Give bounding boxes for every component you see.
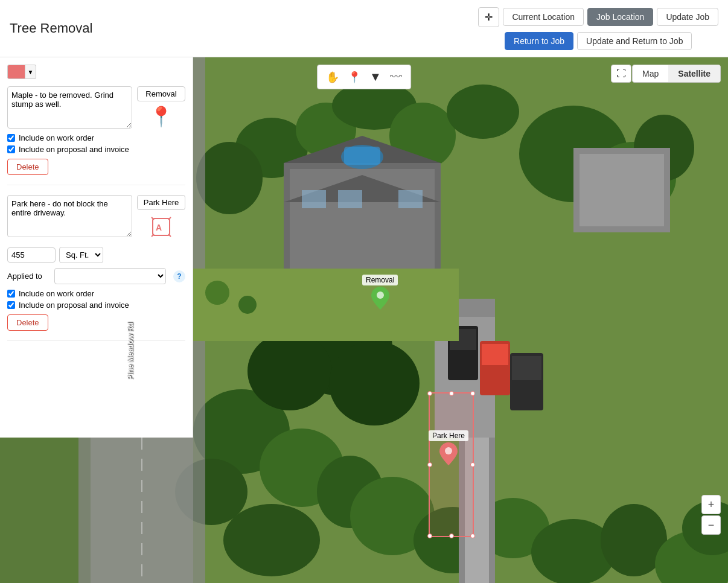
return-to-job-button[interactable]: Return to Job: [505, 32, 573, 50]
applied-to-label: Applied to: [7, 272, 49, 281]
applied-to-select[interactable]: [54, 268, 166, 284]
svg-rect-47: [193, 269, 459, 341]
svg-point-49: [238, 296, 257, 314]
map-toolbar: ✋ 📍 ▼ 〰: [317, 65, 411, 89]
include-work-order-row-1[interactable]: Include on work order: [7, 133, 185, 142]
update-and-return-button[interactable]: Update and Return to Job: [577, 32, 692, 50]
delete-button-2[interactable]: Delete: [7, 314, 48, 331]
include-proposal-label-1: Include on proposal and invoice: [19, 145, 129, 154]
svg-rect-43: [512, 356, 541, 380]
include-work-order-checkbox-1[interactable]: [7, 134, 15, 142]
svg-rect-30: [302, 190, 326, 208]
handle-br[interactable]: [470, 534, 475, 538]
annotation-card-2: Park here - do not block the entire driv…: [7, 195, 185, 341]
pan-tool-button[interactable]: ✋: [322, 68, 343, 86]
removal-pin-icon: [371, 287, 389, 313]
removal-marker-label: Removal: [362, 275, 398, 285]
handle-tm[interactable]: [449, 391, 454, 396]
handle-bl[interactable]: [427, 534, 432, 538]
measurement-row: Sq. Ft. Sq. M. Acres: [7, 247, 185, 263]
svg-point-16: [223, 504, 320, 576]
annotation-right-2: A: [137, 195, 185, 242]
checkboxes-2: Include on work order Include on proposa…: [7, 289, 185, 310]
zoom-controls: + −: [701, 495, 721, 535]
measurement-input[interactable]: [7, 247, 56, 263]
job-location-button[interactable]: Job Location: [587, 8, 653, 26]
svg-point-25: [329, 341, 420, 425]
header-row2: Return to Job Update and Return to Job: [505, 32, 692, 50]
park-here-marker-label: Park Here: [429, 430, 468, 441]
page-title: Tree Removal: [10, 21, 92, 36]
measurement-unit-select[interactable]: Sq. Ft. Sq. M. Acres: [59, 247, 103, 263]
header-controls: ✛ Current Location Job Location Update J…: [478, 7, 718, 50]
svg-line-55: [168, 217, 171, 220]
handle-bm[interactable]: [449, 534, 454, 538]
zoom-out-button[interactable]: −: [701, 515, 721, 535]
include-proposal-row-2[interactable]: Include on proposal and invoice: [7, 301, 185, 310]
park-here-marker: Park Here: [429, 430, 468, 469]
line-tool-button[interactable]: 〰: [386, 68, 406, 86]
zoom-in-button[interactable]: +: [701, 495, 721, 514]
side-panel: ▼ Maple - to be removed. Grind stump as …: [0, 57, 193, 438]
current-location-button[interactable]: Current Location: [503, 8, 584, 26]
map-area: ▼ Maple - to be removed. Grind stump as …: [0, 57, 728, 583]
svg-point-58: [377, 292, 384, 299]
svg-point-4: [196, 142, 263, 214]
svg-point-7: [447, 84, 519, 139]
svg-rect-51: [344, 147, 380, 165]
color-dropdown-arrow[interactable]: ▼: [25, 65, 36, 79]
svg-text:A: A: [156, 223, 162, 232]
include-work-order-checkbox-2[interactable]: [7, 290, 15, 298]
map-view-button[interactable]: Map: [633, 65, 668, 82]
annotation-label-input-1[interactable]: [137, 86, 185, 101]
handle-tl[interactable]: [427, 391, 432, 396]
map-type-toggle: Map Satellite: [632, 65, 721, 83]
include-proposal-checkbox-1[interactable]: [7, 145, 15, 153]
svg-rect-32: [398, 190, 423, 208]
svg-line-56: [152, 234, 154, 237]
header: Tree Removal ✛ Current Location Job Loca…: [0, 0, 728, 57]
color-picker-row: ▼: [7, 65, 185, 79]
include-work-order-row-2[interactable]: Include on work order: [7, 289, 185, 298]
svg-rect-31: [338, 190, 362, 208]
include-work-order-label-1: Include on work order: [19, 133, 94, 142]
fullscreen-button[interactable]: ⛶: [611, 65, 631, 83]
checkboxes-1: Include on work order Include on proposa…: [7, 133, 185, 154]
annotation-top-1: Maple - to be removed. Grind stump as we…: [7, 86, 185, 129]
annotation-label-input-2[interactable]: [137, 195, 185, 210]
removal-marker: Removal: [362, 275, 398, 313]
svg-rect-41: [482, 344, 508, 365]
include-proposal-checkbox-2[interactable]: [7, 301, 15, 309]
satellite-view-button[interactable]: Satellite: [668, 65, 720, 82]
park-here-pin-icon: [439, 442, 458, 469]
annotation-textarea-2[interactable]: Park here - do not block the entire driv…: [7, 195, 132, 237]
handle-mr[interactable]: [470, 462, 475, 467]
svg-point-24: [247, 332, 332, 410]
handle-tr[interactable]: [470, 391, 475, 396]
svg-rect-34: [580, 154, 664, 226]
area-icon-2: A: [150, 216, 172, 242]
include-work-order-label-2: Include on work order: [19, 289, 94, 298]
road-label: Pine Meadow Rd: [126, 322, 135, 380]
annotation-top-2: Park here - do not block the entire driv…: [7, 195, 185, 242]
svg-line-57: [168, 234, 171, 237]
header-row1: ✛ Current Location Job Location Update J…: [478, 7, 718, 27]
delete-button-1[interactable]: Delete: [7, 159, 48, 175]
polygon-tool-button[interactable]: ▼: [366, 68, 385, 86]
crosshair-button[interactable]: ✛: [478, 7, 499, 27]
color-swatch[interactable]: [7, 65, 25, 79]
pin-icon-1: 📍: [149, 105, 173, 128]
update-job-button[interactable]: Update Job: [657, 8, 718, 26]
annotation-card-1: Maple - to be removed. Grind stump as we…: [7, 86, 185, 185]
svg-point-48: [205, 281, 229, 305]
annotation-right-1: 📍: [137, 86, 185, 129]
svg-point-59: [445, 447, 452, 454]
pin-tool-button[interactable]: 📍: [344, 68, 365, 86]
svg-line-54: [152, 217, 154, 220]
applied-to-row: Applied to ?: [7, 268, 185, 284]
help-icon[interactable]: ?: [173, 270, 185, 282]
include-proposal-label-2: Include on proposal and invoice: [19, 301, 129, 310]
annotation-textarea-1[interactable]: Maple - to be removed. Grind stump as we…: [7, 86, 132, 129]
include-proposal-row-1[interactable]: Include on proposal and invoice: [7, 145, 185, 154]
